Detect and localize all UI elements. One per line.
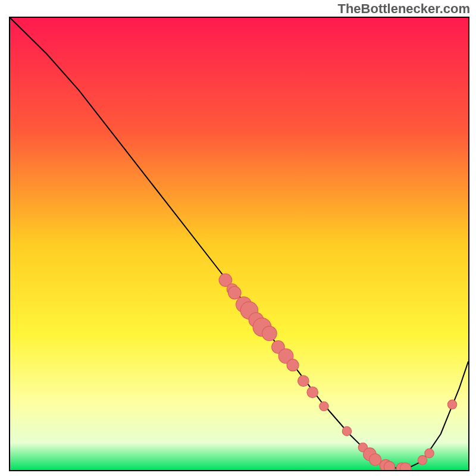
gradient-background bbox=[10, 18, 468, 470]
chart-frame bbox=[9, 17, 469, 471]
data-point bbox=[287, 359, 299, 371]
data-point bbox=[320, 402, 328, 411]
bottleneck-chart bbox=[10, 18, 468, 470]
data-point bbox=[384, 461, 394, 470]
data-point bbox=[298, 375, 309, 386]
data-point bbox=[262, 326, 277, 341]
data-point bbox=[447, 400, 456, 409]
data-point bbox=[307, 387, 318, 397]
data-point bbox=[342, 427, 351, 436]
data-point bbox=[425, 449, 434, 458]
attribution-label: TheBottlenecker.com bbox=[337, 1, 470, 17]
data-point bbox=[418, 456, 427, 465]
data-point bbox=[228, 286, 242, 299]
data-point bbox=[369, 454, 381, 466]
